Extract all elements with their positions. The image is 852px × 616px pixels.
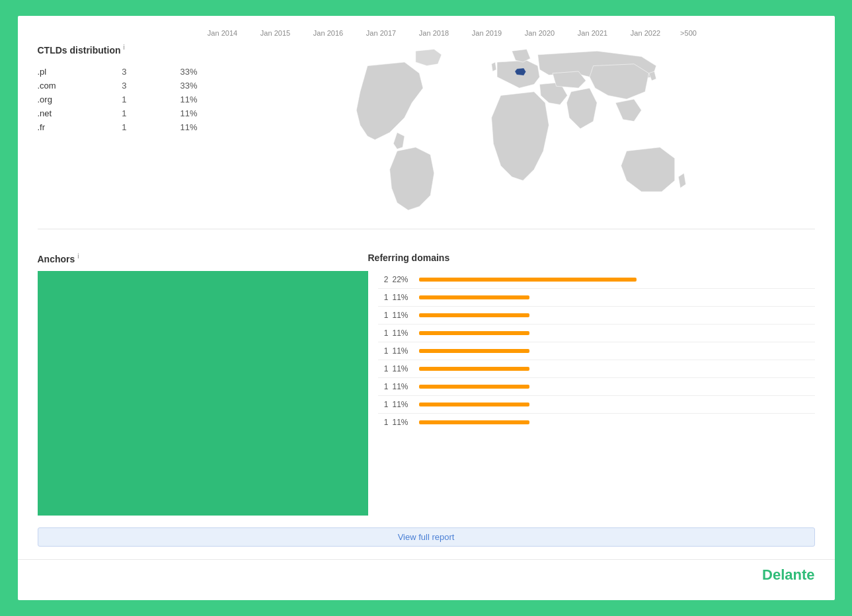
bar-row: 1 11% — [378, 289, 815, 307]
bar-track — [419, 349, 815, 353]
timeline-label-5: Jan 2019 — [461, 29, 514, 37]
bar-pct: 11% — [393, 328, 414, 338]
anchors-body: 2 22% 1 11% 1 11% 1 11% 1 11% — [38, 271, 815, 516]
footer: Delante — [18, 559, 835, 587]
bar-count: 1 — [378, 346, 389, 356]
bar-fill — [419, 385, 530, 389]
anchors-section: Anchors i Referring domains 2 22% 1 11% — [18, 239, 835, 516]
timeline-label-3: Jan 2017 — [355, 29, 408, 37]
timeline-label-1: Jan 2015 — [249, 29, 302, 37]
anchors-header: Anchors i Referring domains — [38, 252, 815, 264]
bar-track — [419, 313, 815, 317]
ctlds-pct: 11% — [147, 93, 202, 106]
ctlds-tld: .fr — [38, 120, 106, 134]
bar-pct: 11% — [393, 293, 414, 302]
outer-border: Jan 2014 Jan 2015 Jan 2016 Jan 2017 Jan … — [10, 8, 843, 608]
ctlds-pct: 11% — [147, 106, 202, 120]
bar-track — [419, 385, 815, 389]
bar-fill — [419, 295, 530, 299]
timeline-axis: Jan 2014 Jan 2015 Jan 2016 Jan 2017 Jan … — [18, 29, 835, 44]
bar-pct: 11% — [393, 400, 414, 409]
ctlds-tld: .org — [38, 93, 106, 106]
bar-pct: 11% — [393, 382, 414, 391]
world-map-svg — [216, 44, 815, 229]
bar-row: 1 11% — [378, 396, 815, 414]
anchors-green-box — [38, 271, 368, 516]
bar-count: 1 — [378, 311, 389, 320]
bar-count: 1 — [378, 418, 389, 427]
ctlds-tld: .net — [38, 106, 106, 120]
referring-title: Referring domains — [368, 252, 815, 263]
ctlds-row: .org 1 11% — [38, 93, 203, 106]
anchors-title-text: Anchors — [38, 254, 75, 264]
timeline-label-6: Jan 2020 — [514, 29, 566, 37]
ctlds-row: .fr 1 11% — [38, 120, 203, 134]
timeline-label-0: Jan 2014 — [196, 29, 249, 37]
bar-fill — [419, 420, 530, 424]
bar-count: 1 — [378, 400, 389, 409]
bar-count: 1 — [378, 328, 389, 338]
bar-count: 1 — [378, 364, 389, 373]
bar-fill — [419, 331, 530, 335]
bar-pct: 11% — [393, 346, 414, 356]
timeline-label-8: Jan 2022 — [619, 29, 672, 37]
content-area: CTLDs distribution i .pl 3 33% .com 3 33… — [18, 44, 835, 229]
ctlds-pct: 33% — [147, 79, 202, 93]
bar-fill — [419, 367, 530, 371]
anchors-info-icon: i — [77, 252, 79, 260]
map-panel — [216, 44, 815, 229]
ctlds-count: 1 — [106, 93, 148, 106]
logo-highlight: D — [762, 566, 773, 583]
bar-pct: 11% — [393, 418, 414, 427]
timeline-label-7: Jan 2021 — [566, 29, 619, 37]
view-full-report-button[interactable]: View full report — [38, 527, 815, 547]
main-card: Jan 2014 Jan 2015 Jan 2016 Jan 2017 Jan … — [18, 16, 835, 600]
bar-fill — [419, 403, 530, 406]
bar-row: 1 11% — [378, 414, 815, 431]
ctlds-row: .com 3 33% — [38, 79, 203, 93]
ctlds-tld: .pl — [38, 65, 106, 79]
bar-row: 1 11% — [378, 307, 815, 325]
bar-fill — [419, 349, 530, 353]
ctlds-table: .pl 3 33% .com 3 33% .org 1 11% .net 1 1… — [38, 65, 203, 134]
bar-row: 1 11% — [378, 325, 815, 342]
ctlds-info-icon: i — [123, 44, 124, 51]
ctlds-count: 1 — [106, 106, 148, 120]
bar-count: 2 — [378, 275, 389, 284]
referring-bars: 2 22% 1 11% 1 11% 1 11% 1 11% — [368, 271, 815, 516]
bar-track — [419, 295, 815, 299]
bar-row: 2 22% — [378, 271, 815, 289]
timeline-label-4: Jan 2018 — [408, 29, 461, 37]
bar-count: 1 — [378, 293, 389, 302]
ctlds-title-text: CTLDs distribution — [38, 45, 121, 56]
world-map — [216, 44, 815, 229]
anchors-title: Anchors i — [38, 252, 368, 264]
bar-fill — [419, 278, 637, 282]
timeline-label-2: Jan 2016 — [302, 29, 355, 37]
bar-pct: 22% — [393, 275, 414, 284]
bar-track — [419, 420, 815, 424]
bar-fill — [419, 313, 530, 317]
timeline-label-9: >500 — [672, 29, 705, 37]
divider — [38, 229, 815, 229]
ctlds-count: 3 — [106, 79, 148, 93]
ctlds-row: .pl 3 33% — [38, 65, 203, 79]
bar-row: 1 11% — [378, 342, 815, 360]
bar-track — [419, 367, 815, 371]
logo-text: elante — [773, 566, 815, 583]
ctlds-count: 3 — [106, 65, 148, 79]
ctlds-title: CTLDs distribution i — [38, 44, 203, 56]
ctlds-panel: CTLDs distribution i .pl 3 33% .com 3 33… — [38, 44, 216, 229]
bar-row: 1 11% — [378, 378, 815, 396]
ctlds-count: 1 — [106, 120, 148, 134]
bar-track — [419, 278, 815, 282]
ctlds-pct: 33% — [147, 65, 202, 79]
bar-pct: 11% — [393, 311, 414, 320]
ctlds-row: .net 1 11% — [38, 106, 203, 120]
ctlds-tld: .com — [38, 79, 106, 93]
delante-logo: Delante — [762, 566, 814, 584]
bar-track — [419, 403, 815, 406]
bar-row: 1 11% — [378, 360, 815, 378]
bar-track — [419, 331, 815, 335]
bar-pct: 11% — [393, 364, 414, 373]
